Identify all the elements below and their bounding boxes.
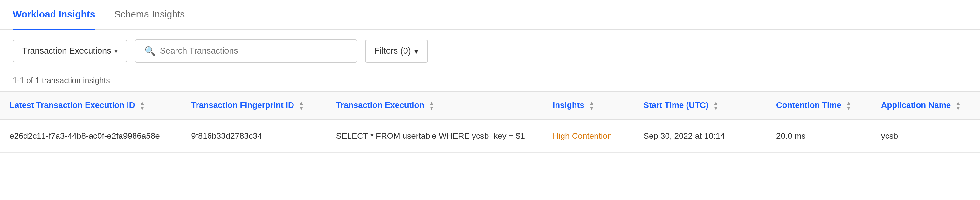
col-header-transaction[interactable]: Transaction Execution ▲▼ [326, 92, 543, 120]
transaction-executions-dropdown[interactable]: Transaction Executions ▾ [13, 40, 127, 62]
cell-fingerprint: 9f816b33d2783c34 [181, 120, 326, 153]
cell-appname: ycsb [872, 120, 980, 153]
sort-icon-execution-id[interactable]: ▲▼ [140, 101, 145, 111]
col-header-execution-id[interactable]: Latest Transaction Execution ID ▲▼ [0, 92, 181, 120]
sort-icon-transaction[interactable]: ▲▼ [429, 101, 434, 111]
search-box[interactable]: 🔍 [135, 39, 357, 63]
col-header-contention[interactable]: Contention Time ▲▼ [767, 92, 872, 120]
search-input[interactable] [160, 46, 348, 56]
cell-contention: 20.0 ms [767, 120, 872, 153]
transactions-table: Latest Transaction Execution ID ▲▼ Trans… [0, 91, 980, 153]
summary-text: 1-1 of 1 transaction insights [0, 72, 980, 91]
tab-workload-insights[interactable]: Workload Insights [13, 0, 95, 30]
tab-schema-insights[interactable]: Schema Insights [114, 0, 185, 30]
page-container: Workload Insights Schema Insights Transa… [0, 0, 980, 200]
col-header-insights[interactable]: Insights ▲▼ [543, 92, 634, 120]
chevron-down-icon: ▾ [414, 46, 418, 56]
cell-execution-id: e26d2c11-f7a3-44b8-ac0f-e2fa9986a58e [0, 120, 181, 153]
search-icon: 🔍 [144, 46, 156, 56]
cell-insights[interactable]: High Contention [543, 120, 634, 153]
toolbar: Transaction Executions ▾ 🔍 Filters (0) ▾ [0, 30, 980, 72]
filters-button[interactable]: Filters (0) ▾ [365, 40, 428, 63]
col-header-appname[interactable]: Application Name ▲▼ [872, 92, 980, 120]
sort-icon-insights[interactable]: ▲▼ [589, 101, 594, 111]
table-wrapper: Latest Transaction Execution ID ▲▼ Trans… [0, 91, 980, 153]
table-row: e26d2c11-f7a3-44b8-ac0f-e2fa9986a58e 9f8… [0, 120, 980, 153]
chevron-down-icon: ▾ [115, 47, 118, 55]
cell-starttime: Sep 30, 2022 at 10:14 [634, 120, 767, 153]
col-header-starttime[interactable]: Start Time (UTC) ▲▼ [634, 92, 767, 120]
table-header-row: Latest Transaction Execution ID ▲▼ Trans… [0, 92, 980, 120]
sort-icon-fingerprint[interactable]: ▲▼ [299, 101, 304, 111]
tabs-bar: Workload Insights Schema Insights [0, 0, 980, 30]
col-header-fingerprint[interactable]: Transaction Fingerprint ID ▲▼ [181, 92, 326, 120]
sort-icon-starttime[interactable]: ▲▼ [713, 101, 718, 111]
high-contention-badge[interactable]: High Contention [553, 131, 612, 141]
sort-icon-contention[interactable]: ▲▼ [846, 101, 851, 111]
dropdown-label: Transaction Executions [22, 46, 111, 56]
sort-icon-appname[interactable]: ▲▼ [956, 101, 961, 111]
cell-transaction: SELECT * FROM usertable WHERE ycsb_key =… [326, 120, 543, 153]
filters-label: Filters (0) [375, 46, 411, 56]
